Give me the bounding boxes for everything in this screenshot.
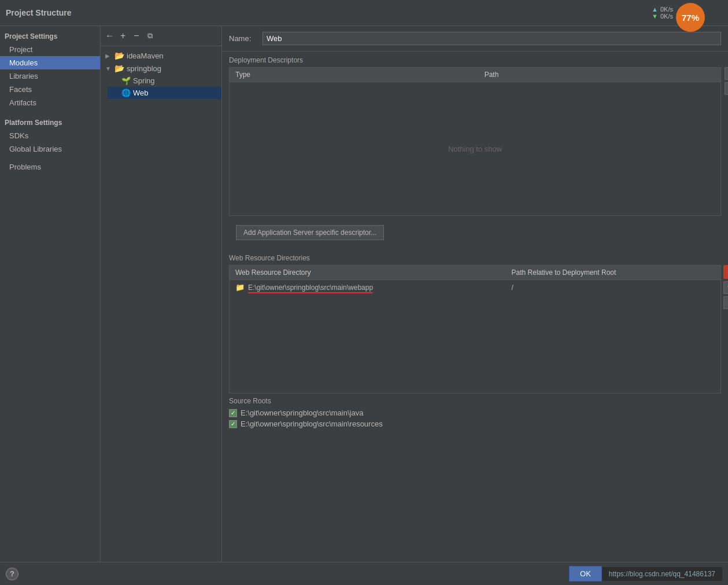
source-root-0-path: E:\git\owner\springblog\src\main\java [241, 409, 363, 417]
global-help-button[interactable]: ? [6, 568, 19, 580]
deployment-actions: + ✎ [725, 67, 728, 95]
wrd-empty-space [235, 297, 715, 390]
edit-deployment-btn[interactable]: ✎ [725, 82, 728, 95]
checkmark-icon: ✓ [231, 410, 235, 416]
window-title: Project Structure [6, 8, 72, 17]
wrd-table: Web Resource Directory Path Relative to … [230, 266, 720, 393]
tree-item-web[interactable]: 🌐 Web [108, 87, 221, 99]
tree-item-ideaMaven[interactable]: ▶ 📂 ideaMaven [101, 49, 221, 62]
download-arrow-icon: ▼ [652, 13, 658, 20]
source-root-1-path: E:\git\owner\springblog\src\main\resourc… [241, 420, 383, 428]
wrd-row-0[interactable]: 📁 E:\git\owner\springblog\src\main\webap… [230, 280, 720, 295]
sidebar-item-project[interactable]: Project [0, 43, 100, 56]
folder-icon: 📂 [114, 51, 124, 60]
edit-wrd-btn[interactable]: ✎ [723, 281, 728, 294]
help-wrd-btn[interactable]: ? [723, 296, 728, 309]
name-row: Name: [222, 26, 728, 51]
ok-button[interactable]: OK [569, 566, 602, 582]
collapse-icon: ▼ [105, 65, 112, 72]
source-root-1-checkbox[interactable]: ✓ [229, 420, 237, 428]
tree-item-spring[interactable]: 🌱 Spring [108, 75, 221, 87]
web-resource-title: Web Resource Directories [222, 249, 728, 265]
platform-settings-label: Platform Settings [0, 114, 100, 129]
tree-panel: ← + − ⧉ ▶ 📂 ideaMaven ▼ 📂 springblog [101, 26, 222, 562]
wrd-path-value: E:\git\owner\springblog\src\main\webapp [248, 284, 373, 292]
deployment-table-wrapper: Type Path Nothing to show [229, 67, 721, 216]
project-settings-label: Project Settings [0, 29, 100, 43]
path-col-header: Path [479, 68, 720, 82]
cpu-usage-badge: 77% [676, 3, 705, 32]
wrd-path-col-header: Path Relative to Deployment Root [506, 266, 720, 280]
sidebar-item-libraries[interactable]: Libraries [0, 69, 100, 83]
sidebar-item-facets[interactable]: Facets [0, 83, 100, 96]
source-root-0-checkbox[interactable]: ✓ [229, 409, 237, 417]
add-module-button[interactable]: + [118, 30, 128, 42]
sidebar-item-artifacts[interactable]: Artifacts [0, 96, 100, 109]
sidebar-item-modules[interactable]: Modules [0, 56, 100, 69]
status-url: https://blog.csdn.net/qq_41486137 [602, 567, 722, 581]
type-col-header: Type [230, 68, 479, 82]
checkmark-icon: ✓ [231, 421, 235, 427]
top-bar: Project Structure [0, 0, 728, 26]
content-scroll: Deployment Descriptors Type Path [222, 51, 728, 562]
spring-leaf-icon: 🌱 [121, 76, 131, 85]
upload-arrow-icon: ▲ [652, 6, 658, 13]
main-layout: Project Settings Project Modules Librari… [0, 26, 728, 562]
deployment-descriptors-area: Type Path Nothing to show [229, 67, 721, 216]
bottom-right-actions: OK https://blog.csdn.net/qq_41486137 [569, 566, 722, 582]
collapse-icon: ▶ [105, 53, 112, 59]
source-roots-title: Source Roots [229, 397, 721, 405]
web-resource-area: Web Resource Directory Path Relative to … [229, 265, 721, 393]
source-root-0: ✓ E:\git\owner\springblog\src\main\java [229, 407, 721, 418]
wrd-relative-path: / [506, 280, 720, 295]
folder-icon: 📂 [114, 64, 124, 73]
directory-icon: 📁 [235, 283, 245, 292]
remove-module-button[interactable]: − [131, 30, 141, 42]
back-button[interactable]: ← [105, 31, 114, 41]
wrd-table-wrapper: Web Resource Directory Path Relative to … [229, 265, 721, 393]
add-wrd-btn[interactable]: + [723, 265, 728, 279]
wrd-actions: + ✎ ? [723, 265, 728, 309]
deployment-table: Type Path Nothing to show [230, 68, 720, 215]
module-tree: ▶ 📂 ideaMaven ▼ 📂 springblog 🌱 Spring 🌐 … [101, 46, 221, 562]
sidebar-item-global-libraries[interactable]: Global Libraries [0, 142, 100, 156]
download-speed: 0K/s [660, 13, 673, 20]
empty-state: Nothing to show [235, 85, 715, 212]
upload-speed: 0K/s [660, 6, 673, 13]
copy-module-button[interactable]: ⧉ [145, 30, 155, 42]
add-descriptor-button[interactable]: Add Application Server specific descript… [236, 225, 384, 240]
network-stats: ▲ 0K/s ▼ 0K/s [652, 6, 673, 20]
name-field-label: Name: [229, 34, 258, 43]
bottom-bar: ? OK https://blog.csdn.net/qq_41486137 [0, 562, 728, 585]
add-deployment-btn[interactable]: + [725, 67, 728, 80]
source-roots-section: Source Roots ✓ E:\git\owner\springblog\s… [222, 393, 728, 433]
name-input[interactable] [263, 32, 721, 45]
tree-item-springblog[interactable]: ▼ 📂 springblog [101, 62, 221, 75]
sidebar-item-sdks[interactable]: SDKs [0, 129, 100, 142]
web-module-icon: 🌐 [121, 89, 131, 97]
content-panel: Name: Deployment Descriptors Type Path [222, 26, 728, 562]
tree-toolbar: ← + − ⧉ [101, 26, 221, 46]
sidebar: Project Settings Project Modules Librari… [0, 26, 101, 562]
wrd-col-header: Web Resource Directory [230, 266, 506, 280]
sidebar-item-problems[interactable]: Problems [0, 160, 100, 174]
deployment-descriptors-title: Deployment Descriptors [222, 51, 728, 67]
source-root-1: ✓ E:\git\owner\springblog\src\main\resou… [229, 418, 721, 429]
